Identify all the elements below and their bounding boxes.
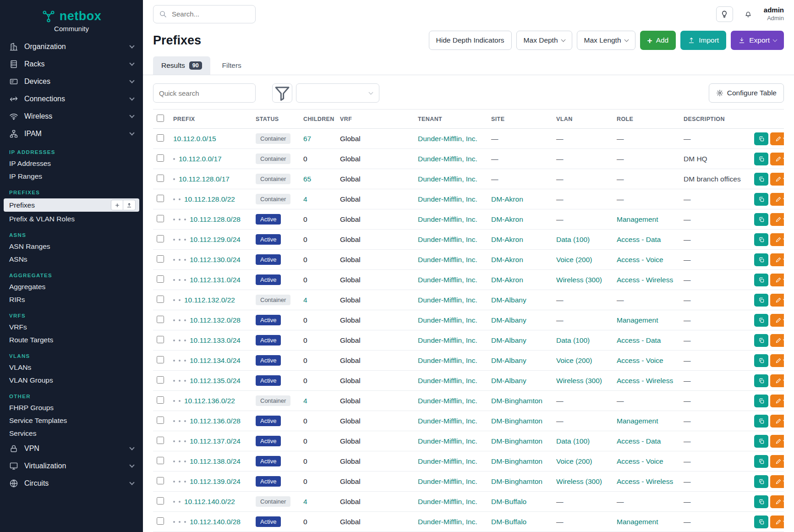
- clone-button[interactable]: [754, 213, 768, 226]
- site-link[interactable]: DM-Akron: [491, 236, 523, 243]
- column-header-children[interactable]: CHILDREN: [300, 110, 336, 129]
- role-link[interactable]: Access - Data: [617, 236, 661, 243]
- sidebar-item-asn-ranges[interactable]: ASN Ranges: [0, 240, 143, 253]
- clone-button[interactable]: [754, 193, 768, 206]
- prefix-link[interactable]: 10.112.129.0/24: [190, 236, 241, 243]
- chevron-down-icon[interactable]: [783, 176, 784, 180]
- export-button[interactable]: Export: [731, 31, 784, 50]
- prefix-link[interactable]: 10.112.140.0/28: [190, 518, 241, 526]
- edit-button[interactable]: [770, 334, 784, 347]
- max-depth-dropdown[interactable]: Max Depth: [516, 31, 572, 50]
- quick-search-input[interactable]: [153, 83, 256, 103]
- clone-button[interactable]: [754, 253, 768, 266]
- sidebar-item-prefix-vlan-roles[interactable]: Prefix & VLAN Roles: [0, 213, 143, 225]
- vlan-link[interactable]: Voice (200): [556, 256, 592, 263]
- select-all-checkbox[interactable]: [157, 115, 164, 122]
- chevron-down-icon[interactable]: [783, 237, 784, 241]
- edit-button[interactable]: [770, 314, 784, 327]
- sidebar-item-vlans[interactable]: VLANs: [0, 361, 143, 374]
- vlan-link[interactable]: Voice (200): [556, 356, 592, 364]
- saved-filter-select[interactable]: [296, 83, 379, 103]
- vlan-link[interactable]: Wireless (300): [556, 477, 602, 485]
- role-link[interactable]: Access - Wireless: [617, 377, 673, 384]
- tenant-link[interactable]: Dunder-Mifflin, Inc.: [418, 417, 477, 425]
- chevron-down-icon[interactable]: [783, 257, 784, 261]
- sidebar-item-route-targets[interactable]: Route Targets: [0, 334, 143, 346]
- site-link[interactable]: DM-Albany: [491, 356, 526, 364]
- prefix-link[interactable]: 10.112.139.0/24: [190, 477, 241, 485]
- role-link[interactable]: Access - Wireless: [617, 276, 673, 284]
- site-link[interactable]: DM-Binghamton: [491, 437, 542, 445]
- edit-button[interactable]: [770, 374, 784, 387]
- clone-button[interactable]: [754, 314, 768, 327]
- sidebar-item-aggregates[interactable]: Aggregates: [0, 280, 143, 293]
- sidebar-item-fhrp-groups[interactable]: FHRP Groups: [0, 401, 143, 414]
- role-link[interactable]: Access - Data: [617, 336, 661, 344]
- clone-button[interactable]: [754, 495, 768, 508]
- tenant-link[interactable]: Dunder-Mifflin, Inc.: [418, 518, 477, 526]
- edit-button[interactable]: [770, 233, 784, 246]
- column-header-status[interactable]: STATUS: [252, 110, 300, 129]
- role-link[interactable]: Management: [617, 417, 658, 425]
- row-checkbox[interactable]: [157, 517, 164, 525]
- edit-button[interactable]: [770, 193, 784, 206]
- prefix-link[interactable]: 10.112.133.0/24: [190, 336, 241, 344]
- tenant-link[interactable]: Dunder-Mifflin, Inc.: [418, 175, 477, 183]
- clone-button[interactable]: [754, 173, 768, 186]
- row-checkbox[interactable]: [157, 437, 164, 444]
- children-count-link[interactable]: 67: [303, 135, 311, 143]
- filter-button[interactable]: [272, 83, 292, 103]
- clone-button[interactable]: [754, 475, 768, 488]
- prefix-link[interactable]: 10.112.138.0/24: [190, 457, 241, 465]
- role-link[interactable]: Access - Voice: [617, 256, 663, 263]
- tenant-link[interactable]: Dunder-Mifflin, Inc.: [418, 477, 477, 485]
- chevron-down-icon[interactable]: [783, 197, 784, 200]
- chevron-down-icon[interactable]: [783, 277, 784, 281]
- netbox-logo[interactable]: netbox: [0, 0, 143, 23]
- prefix-link[interactable]: 10.112.0.0/15: [173, 135, 216, 143]
- quick-add-button[interactable]: [111, 200, 123, 210]
- site-link[interactable]: DM-Albany: [491, 377, 526, 384]
- row-checkbox[interactable]: [157, 497, 164, 505]
- vlan-link[interactable]: Wireless (300): [556, 377, 602, 384]
- row-checkbox[interactable]: [157, 417, 164, 424]
- vlan-link[interactable]: Data (100): [556, 437, 590, 445]
- row-checkbox[interactable]: [157, 235, 164, 242]
- edit-button[interactable]: [770, 294, 784, 307]
- hide-depth-indicators-button[interactable]: Hide Depth Indicators: [429, 31, 512, 50]
- edit-button[interactable]: [770, 274, 784, 286]
- tenant-link[interactable]: Dunder-Mifflin, Inc.: [418, 236, 477, 243]
- row-checkbox[interactable]: [157, 134, 164, 142]
- prefix-link[interactable]: 10.112.130.0/24: [190, 256, 241, 263]
- sidebar-item-rirs[interactable]: RIRs: [0, 293, 143, 306]
- max-length-dropdown[interactable]: Max Length: [577, 31, 635, 50]
- tenant-link[interactable]: Dunder-Mifflin, Inc.: [418, 276, 477, 284]
- sidebar-item-virtualization[interactable]: Virtualization: [0, 457, 143, 475]
- sidebar-item-ip-ranges[interactable]: IP Ranges: [0, 170, 143, 183]
- clone-button[interactable]: [754, 374, 768, 387]
- site-link[interactable]: DM-Buffalo: [491, 518, 526, 526]
- row-checkbox[interactable]: [157, 336, 164, 343]
- tenant-link[interactable]: Dunder-Mifflin, Inc.: [418, 356, 477, 364]
- tenant-link[interactable]: Dunder-Mifflin, Inc.: [418, 155, 477, 163]
- tenant-link[interactable]: Dunder-Mifflin, Inc.: [418, 215, 477, 223]
- sidebar-item-wireless[interactable]: Wireless: [0, 108, 143, 125]
- column-header-description[interactable]: DESCRIPTION: [680, 110, 749, 129]
- site-link[interactable]: DM-Albany: [491, 336, 526, 344]
- clone-button[interactable]: [754, 415, 768, 428]
- prefix-link[interactable]: 10.112.128.0/22: [184, 195, 235, 203]
- configure-table-button[interactable]: Configure Table: [709, 83, 784, 103]
- chevron-down-icon[interactable]: [783, 217, 784, 220]
- sidebar-item-racks[interactable]: Racks: [0, 55, 143, 73]
- vlan-link[interactable]: Wireless (300): [556, 276, 602, 284]
- clone-button[interactable]: [754, 132, 768, 145]
- edit-button[interactable]: [770, 455, 784, 468]
- sidebar-item-circuits[interactable]: Circuits: [0, 475, 143, 492]
- sidebar-item-service-templates[interactable]: Service Templates: [0, 414, 143, 427]
- chevron-down-icon[interactable]: [783, 378, 784, 382]
- row-checkbox[interactable]: [157, 154, 164, 162]
- tenant-link[interactable]: Dunder-Mifflin, Inc.: [418, 377, 477, 384]
- vlan-link[interactable]: Data (100): [556, 336, 590, 344]
- tenant-link[interactable]: Dunder-Mifflin, Inc.: [418, 457, 477, 465]
- tenant-link[interactable]: Dunder-Mifflin, Inc.: [418, 135, 477, 143]
